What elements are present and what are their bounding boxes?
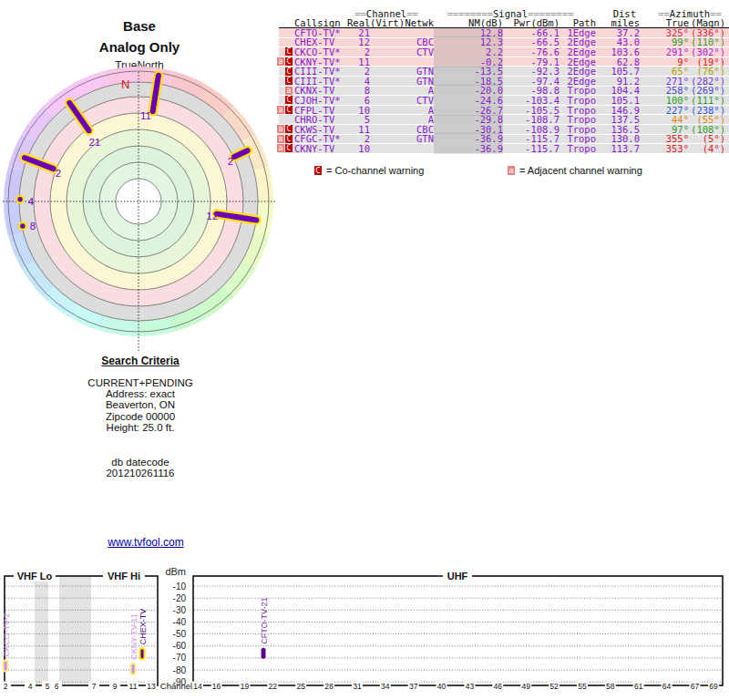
svg-text:Channel: Channel [160,681,192,691]
co-channel-warning-badge: C [285,125,293,133]
svg-text:28: 28 [324,682,334,691]
svg-text:-60: -60 [173,641,187,651]
table-row: aCCKNY-TV10-36.9-115.7Tropo113.7353°(4°) [279,144,729,154]
cell-path: Tropo [560,143,596,154]
co-channel-symbol: C [314,166,322,175]
svg-text:11: 11 [140,110,151,121]
svg-text:34: 34 [381,682,390,691]
legend-adjacent-channel: a = Adjacent channel warning [508,165,642,176]
svg-text:37: 37 [409,682,418,691]
svg-text:CFTO-TV-21: CFTO-TV-21 [260,597,269,643]
svg-text:N: N [121,77,129,91]
svg-text:-70: -70 [173,653,187,663]
svg-text:49: 49 [521,682,530,691]
svg-text:dBm: dBm [165,566,186,577]
co-channel-warning-badge: C [285,57,293,66]
svg-text:4: 4 [28,196,35,207]
tvfool-report: Base Analog Only TrueNorth N1121248212 =… [0,0,729,700]
group-azimuth: ==Azimuth== [658,8,722,19]
svg-text:-30: -30 [173,605,187,615]
group-dist: Dist [613,8,636,19]
table-group-header: ==Channel==========Signal========Dist==A… [279,8,729,17]
svg-text:14: 14 [193,682,202,691]
adjacent-channel-warning-badge: a [277,106,284,114]
co-channel-warning-badge: C [285,67,293,76]
group-channel: ==Channel== [354,8,418,19]
svg-text:2: 2 [4,682,8,691]
svg-text:7: 7 [92,682,97,691]
co-channel-warning-badge: C [285,77,293,85]
cell-nm: -36.9 [434,143,503,154]
svg-text:19: 19 [241,682,250,691]
svg-text:58: 58 [606,682,615,691]
svg-text:69: 69 [709,682,718,691]
svg-text:CHEX-TV: CHEX-TV [139,609,148,645]
criteria-line: Beaverton, ON [0,399,281,410]
criteria-line: Zipcode 00000 [0,411,281,422]
svg-text:31: 31 [353,682,362,691]
cell-real: 10 [347,143,370,154]
signal-table: ==Channel==========Signal========Dist==A… [279,8,729,154]
svg-text:11: 11 [129,682,138,691]
spectrum-chart: -10-20-30-40-50-60-70-80-90dBmVHF LoVHF … [0,563,729,700]
co-channel-warning-badge: C [285,106,293,114]
svg-text:43: 43 [466,682,475,691]
cell-miles: 113.7 [596,143,640,154]
cell-callsign: CKNY-TV [293,143,347,154]
table-rows: CFTO-TV*2112.8-66.11Edge37.2325°(336°)CH… [279,28,729,154]
cell-netwk: CTV [405,46,434,57]
svg-text:UHF: UHF [447,571,468,582]
svg-text:-10: -10 [173,582,187,592]
co-channel-text: = Co-channel warning [326,165,424,176]
co-channel-warning-badge: C [285,135,293,143]
tvfool-link[interactable]: www.tvfool.com [108,536,183,549]
svg-text:40: 40 [437,682,447,691]
adjacent-channel-warning-badge: a [277,57,284,66]
svg-text:22: 22 [269,682,278,691]
svg-text:5: 5 [46,682,50,691]
radar-chart: N1121248212 [0,0,282,360]
svg-text:64: 64 [662,682,672,691]
db-datecode-line: db datecode [0,457,281,468]
svg-text:-20: -20 [173,593,187,603]
svg-text:25: 25 [296,682,305,691]
svg-text:CKNY-TV-11: CKNY-TV-11 [129,613,139,660]
search-criteria: Search Criteria CURRENT+PENDINGAddress: … [0,355,281,479]
svg-text:-50: -50 [173,629,187,639]
svg-text:55: 55 [578,682,587,691]
svg-text:21: 21 [89,137,101,148]
adjacent-channel-warning-badge: a [277,125,284,133]
adjacent-channel-symbol: a [508,166,515,175]
site-link-wrap: www.tvfool.com [0,536,292,549]
svg-text:4: 4 [28,682,33,691]
svg-text:-80: -80 [173,665,187,675]
svg-text:46: 46 [494,682,503,691]
svg-text:12: 12 [207,211,219,221]
svg-text:67: 67 [691,682,700,691]
svg-text:VHF Hi: VHF Hi [108,571,140,582]
search-criteria-lines: CURRENT+PENDINGAddress: exactBeaverton, … [0,377,281,433]
adjacent-channel-text: = Adjacent channel warning [519,165,642,176]
svg-text:-40: -40 [173,617,187,627]
db-datecode-line: 201210261116 [0,468,281,479]
svg-text:CKCO-TV-2: CKCO-TV-2 [2,613,11,657]
co-channel-warning-badge: C [285,96,293,104]
cell-pwr: -115.7 [503,143,560,154]
cell-true: 353° [640,143,689,154]
criteria-line: Height: 25.0 ft. [0,422,281,433]
criteria-line: CURRENT+PENDING [0,377,281,388]
cell-magn: (4°) [689,143,725,154]
svg-text:16: 16 [212,682,221,691]
col-callsign: Callsign [293,17,347,28]
svg-text:52: 52 [549,682,559,691]
svg-text:VHF Lo: VHF Lo [17,571,53,582]
group-signal: ========Signal======== [447,8,573,19]
legend-co-channel: C = Co-channel warning [314,165,424,176]
search-criteria-title: Search Criteria [0,355,281,367]
adjacent-channel-warning-badge: a [277,144,284,152]
svg-text:6: 6 [55,682,59,691]
svg-text:61: 61 [634,682,643,691]
svg-text:13: 13 [147,682,156,691]
db-datecode: db datecode201210261116 [0,457,281,479]
svg-text:8: 8 [30,221,36,232]
